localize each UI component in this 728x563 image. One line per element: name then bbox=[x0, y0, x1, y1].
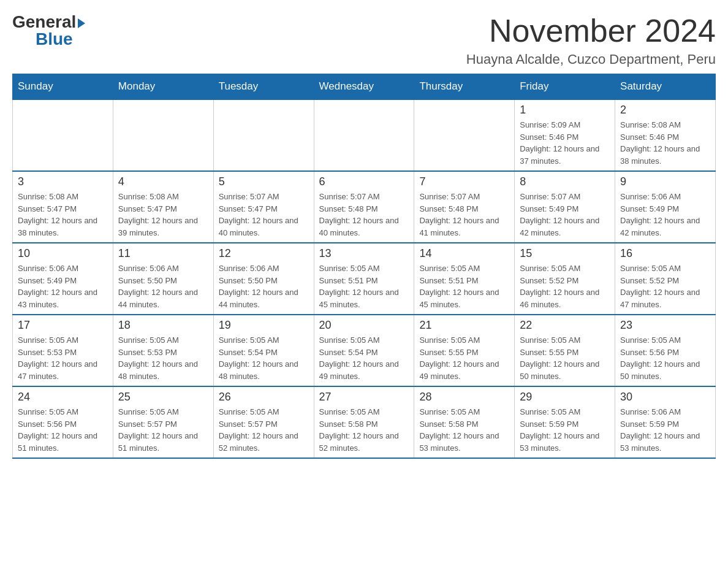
day-info: Sunrise: 5:07 AM Sunset: 5:47 PM Dayligh… bbox=[219, 191, 309, 239]
calendar-cell: 10Sunrise: 5:06 AM Sunset: 5:49 PM Dayli… bbox=[13, 243, 113, 315]
day-number: 10 bbox=[18, 247, 108, 260]
day-number: 22 bbox=[520, 319, 610, 332]
day-info: Sunrise: 5:08 AM Sunset: 5:46 PM Dayligh… bbox=[620, 119, 710, 167]
calendar-cell: 4Sunrise: 5:08 AM Sunset: 5:47 PM Daylig… bbox=[113, 171, 213, 243]
month-title: November 2024 bbox=[466, 12, 716, 49]
day-number: 4 bbox=[118, 175, 208, 188]
calendar-header-sunday: Sunday bbox=[13, 74, 113, 100]
calendar-cell: 18Sunrise: 5:05 AM Sunset: 5:53 PM Dayli… bbox=[113, 315, 213, 386]
calendar-cell: 24Sunrise: 5:05 AM Sunset: 5:56 PM Dayli… bbox=[13, 386, 113, 458]
logo: General Blue bbox=[12, 12, 85, 49]
calendar-cell bbox=[414, 99, 515, 171]
calendar-cell: 13Sunrise: 5:05 AM Sunset: 5:51 PM Dayli… bbox=[314, 243, 414, 315]
calendar-cell: 7Sunrise: 5:07 AM Sunset: 5:48 PM Daylig… bbox=[414, 171, 515, 243]
calendar-cell: 9Sunrise: 5:06 AM Sunset: 5:49 PM Daylig… bbox=[615, 171, 716, 243]
day-number: 19 bbox=[219, 319, 309, 332]
calendar-cell: 12Sunrise: 5:06 AM Sunset: 5:50 PM Dayli… bbox=[213, 243, 314, 315]
day-number: 27 bbox=[319, 391, 409, 404]
day-info: Sunrise: 5:05 AM Sunset: 5:54 PM Dayligh… bbox=[219, 334, 309, 382]
day-info: Sunrise: 5:05 AM Sunset: 5:55 PM Dayligh… bbox=[520, 334, 610, 382]
day-info: Sunrise: 5:05 AM Sunset: 5:58 PM Dayligh… bbox=[319, 406, 409, 454]
day-info: Sunrise: 5:07 AM Sunset: 5:48 PM Dayligh… bbox=[319, 191, 409, 239]
calendar-cell: 1Sunrise: 5:09 AM Sunset: 5:46 PM Daylig… bbox=[515, 99, 615, 171]
calendar-cell: 15Sunrise: 5:05 AM Sunset: 5:52 PM Dayli… bbox=[515, 243, 615, 315]
day-number: 14 bbox=[419, 247, 509, 260]
day-info: Sunrise: 5:05 AM Sunset: 5:53 PM Dayligh… bbox=[18, 334, 108, 382]
calendar-cell: 6Sunrise: 5:07 AM Sunset: 5:48 PM Daylig… bbox=[314, 171, 414, 243]
calendar-cell: 8Sunrise: 5:07 AM Sunset: 5:49 PM Daylig… bbox=[515, 171, 615, 243]
calendar-week-row: 3Sunrise: 5:08 AM Sunset: 5:47 PM Daylig… bbox=[13, 171, 716, 243]
day-info: Sunrise: 5:06 AM Sunset: 5:59 PM Dayligh… bbox=[620, 406, 710, 454]
day-number: 17 bbox=[18, 319, 108, 332]
calendar-cell: 16Sunrise: 5:05 AM Sunset: 5:52 PM Dayli… bbox=[615, 243, 716, 315]
calendar-cell: 26Sunrise: 5:05 AM Sunset: 5:57 PM Dayli… bbox=[213, 386, 314, 458]
day-info: Sunrise: 5:07 AM Sunset: 5:48 PM Dayligh… bbox=[419, 191, 509, 239]
calendar-header-row: SundayMondayTuesdayWednesdayThursdayFrid… bbox=[13, 74, 716, 100]
day-number: 3 bbox=[18, 175, 108, 188]
page-header: General Blue November 2024 Huayna Alcald… bbox=[12, 12, 716, 67]
day-info: Sunrise: 5:05 AM Sunset: 5:51 PM Dayligh… bbox=[319, 262, 409, 310]
calendar-cell: 28Sunrise: 5:05 AM Sunset: 5:58 PM Dayli… bbox=[414, 386, 515, 458]
calendar-week-row: 17Sunrise: 5:05 AM Sunset: 5:53 PM Dayli… bbox=[13, 315, 716, 386]
calendar-cell: 20Sunrise: 5:05 AM Sunset: 5:54 PM Dayli… bbox=[314, 315, 414, 386]
calendar-header-monday: Monday bbox=[113, 74, 213, 100]
calendar-cell: 29Sunrise: 5:05 AM Sunset: 5:59 PM Dayli… bbox=[515, 386, 615, 458]
calendar-cell: 27Sunrise: 5:05 AM Sunset: 5:58 PM Dayli… bbox=[314, 386, 414, 458]
calendar-header-thursday: Thursday bbox=[414, 74, 515, 100]
calendar-cell bbox=[213, 99, 314, 171]
calendar-cell: 25Sunrise: 5:05 AM Sunset: 5:57 PM Dayli… bbox=[113, 386, 213, 458]
day-number: 12 bbox=[219, 247, 309, 260]
calendar-header-tuesday: Tuesday bbox=[213, 74, 314, 100]
day-info: Sunrise: 5:08 AM Sunset: 5:47 PM Dayligh… bbox=[18, 191, 108, 239]
calendar-cell: 2Sunrise: 5:08 AM Sunset: 5:46 PM Daylig… bbox=[615, 99, 716, 171]
day-info: Sunrise: 5:05 AM Sunset: 5:57 PM Dayligh… bbox=[118, 406, 208, 454]
calendar-week-row: 24Sunrise: 5:05 AM Sunset: 5:56 PM Dayli… bbox=[13, 386, 716, 458]
day-info: Sunrise: 5:05 AM Sunset: 5:55 PM Dayligh… bbox=[419, 334, 509, 382]
day-info: Sunrise: 5:05 AM Sunset: 5:56 PM Dayligh… bbox=[18, 406, 108, 454]
day-info: Sunrise: 5:05 AM Sunset: 5:52 PM Dayligh… bbox=[620, 262, 710, 310]
day-number: 18 bbox=[118, 319, 208, 332]
calendar-cell: 11Sunrise: 5:06 AM Sunset: 5:50 PM Dayli… bbox=[113, 243, 213, 315]
day-number: 16 bbox=[620, 247, 710, 260]
day-info: Sunrise: 5:05 AM Sunset: 5:57 PM Dayligh… bbox=[219, 406, 309, 454]
day-number: 26 bbox=[219, 391, 309, 404]
calendar-week-row: 10Sunrise: 5:06 AM Sunset: 5:49 PM Dayli… bbox=[13, 243, 716, 315]
calendar-cell bbox=[113, 99, 213, 171]
day-number: 11 bbox=[118, 247, 208, 260]
day-number: 6 bbox=[319, 175, 409, 188]
day-info: Sunrise: 5:06 AM Sunset: 5:50 PM Dayligh… bbox=[118, 262, 208, 310]
calendar-cell: 14Sunrise: 5:05 AM Sunset: 5:51 PM Dayli… bbox=[414, 243, 515, 315]
calendar-cell: 21Sunrise: 5:05 AM Sunset: 5:55 PM Dayli… bbox=[414, 315, 515, 386]
title-block: November 2024 Huayna Alcalde, Cuzco Depa… bbox=[466, 12, 716, 67]
day-number: 21 bbox=[419, 319, 509, 332]
day-number: 23 bbox=[620, 319, 710, 332]
calendar-cell: 19Sunrise: 5:05 AM Sunset: 5:54 PM Dayli… bbox=[213, 315, 314, 386]
day-number: 9 bbox=[620, 175, 710, 188]
day-number: 13 bbox=[319, 247, 409, 260]
day-info: Sunrise: 5:05 AM Sunset: 5:59 PM Dayligh… bbox=[520, 406, 610, 454]
day-info: Sunrise: 5:06 AM Sunset: 5:49 PM Dayligh… bbox=[18, 262, 108, 310]
calendar-cell: 5Sunrise: 5:07 AM Sunset: 5:47 PM Daylig… bbox=[213, 171, 314, 243]
day-number: 28 bbox=[419, 391, 509, 404]
calendar-cell bbox=[314, 99, 414, 171]
day-number: 15 bbox=[520, 247, 610, 260]
calendar-table: SundayMondayTuesdayWednesdayThursdayFrid… bbox=[12, 74, 716, 459]
day-number: 29 bbox=[520, 391, 610, 404]
calendar-cell: 22Sunrise: 5:05 AM Sunset: 5:55 PM Dayli… bbox=[515, 315, 615, 386]
day-number: 7 bbox=[419, 175, 509, 188]
calendar-header-friday: Friday bbox=[515, 74, 615, 100]
day-info: Sunrise: 5:05 AM Sunset: 5:58 PM Dayligh… bbox=[419, 406, 509, 454]
day-number: 30 bbox=[620, 391, 710, 404]
calendar-week-row: 1Sunrise: 5:09 AM Sunset: 5:46 PM Daylig… bbox=[13, 99, 716, 171]
calendar-cell: 23Sunrise: 5:05 AM Sunset: 5:56 PM Dayli… bbox=[615, 315, 716, 386]
day-number: 20 bbox=[319, 319, 409, 332]
day-info: Sunrise: 5:05 AM Sunset: 5:53 PM Dayligh… bbox=[118, 334, 208, 382]
day-info: Sunrise: 5:05 AM Sunset: 5:51 PM Dayligh… bbox=[419, 262, 509, 310]
day-info: Sunrise: 5:06 AM Sunset: 5:50 PM Dayligh… bbox=[219, 262, 309, 310]
day-number: 8 bbox=[520, 175, 610, 188]
calendar-header-saturday: Saturday bbox=[615, 74, 716, 100]
day-info: Sunrise: 5:07 AM Sunset: 5:49 PM Dayligh… bbox=[520, 191, 610, 239]
logo-triangle-icon bbox=[78, 18, 85, 28]
calendar-cell: 17Sunrise: 5:05 AM Sunset: 5:53 PM Dayli… bbox=[13, 315, 113, 386]
day-info: Sunrise: 5:08 AM Sunset: 5:47 PM Dayligh… bbox=[118, 191, 208, 239]
